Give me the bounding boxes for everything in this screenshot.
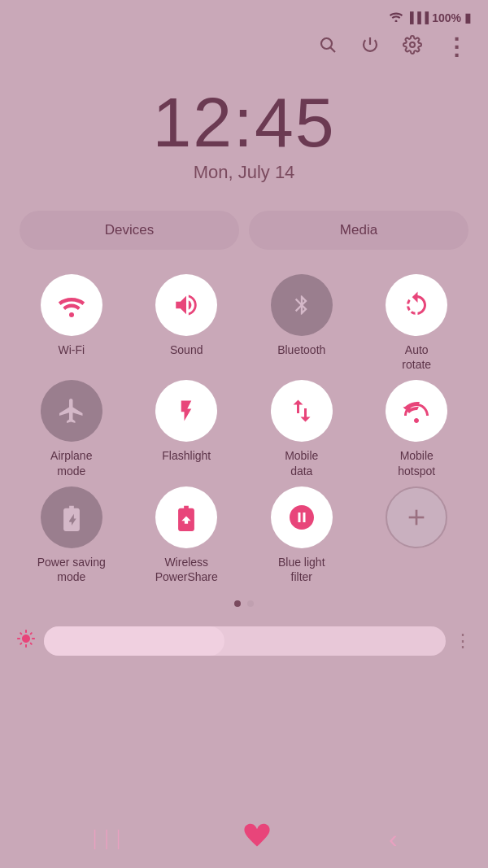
brightness-section: ⋮ [0, 615, 488, 664]
qs-airplane-label: Airplane mode [50, 448, 92, 478]
top-actions-bar: ⋮ [0, 30, 488, 71]
qs-sound-circle [155, 274, 217, 336]
qs-mobile-data-circle [271, 380, 333, 442]
svg-point-4 [69, 312, 74, 317]
svg-point-3 [410, 42, 415, 47]
svg-line-2 [331, 48, 336, 53]
nav-back-icon[interactable]: ‹ [389, 824, 398, 854]
qs-more-tiles[interactable] [362, 486, 473, 584]
tab-section: Devices Media [0, 188, 488, 266]
status-icons: ▐▐▐ 100% ▮ [389, 10, 472, 25]
qs-flashlight[interactable]: Flashlight [132, 380, 242, 478]
search-icon[interactable] [318, 35, 338, 59]
quick-settings-grid: Wi-Fi Sound Bluetooth Auto rotate [0, 266, 488, 597]
qs-auto-rotate-circle [386, 274, 447, 336]
qs-airplane[interactable]: Airplane mode [16, 380, 127, 478]
qs-mobile-data[interactable]: Mobile data [246, 380, 357, 478]
qs-power-saving-label: Power saving mode [37, 555, 106, 584]
qs-flashlight-label: Flashlight [162, 448, 211, 463]
qs-mobile-hotspot-label: Mobile hotspot [398, 448, 435, 478]
qs-wifi-circle [41, 274, 102, 336]
signal-icon: ▐▐▐ [407, 11, 429, 24]
page-dot-2 [247, 600, 254, 607]
clock-section: 12:45 Mon, July 14 [0, 71, 488, 188]
qs-sound-label: Sound [170, 342, 203, 357]
power-icon[interactable] [360, 35, 380, 59]
bottom-nav: │││ ‹ [0, 809, 488, 868]
brightness-fill [44, 626, 224, 656]
clock-date: Mon, July 14 [0, 162, 488, 183]
svg-point-1 [321, 38, 332, 49]
qs-power-saving-circle [41, 486, 102, 548]
brightness-slider[interactable] [44, 626, 446, 656]
qs-auto-rotate[interactable]: Auto rotate [362, 274, 473, 372]
qs-mobile-hotspot-circle [386, 380, 447, 442]
qs-wireless-share[interactable]: Wireless PowerShare [132, 486, 242, 584]
qs-blue-light[interactable]: Blue light filter [246, 486, 357, 584]
qs-wifi-label: Wi-Fi [58, 342, 85, 357]
qs-blue-light-label: Blue light filter [278, 555, 325, 584]
qs-wireless-share-label: Wireless PowerShare [155, 555, 218, 584]
tab-media[interactable]: Media [249, 211, 468, 250]
qs-flashlight-circle [155, 380, 217, 442]
battery-percentage: 100% [432, 11, 461, 24]
brightness-icon [16, 629, 36, 653]
settings-icon[interactable] [403, 35, 422, 59]
qs-plus-circle [386, 486, 447, 548]
qs-mobile-hotspot[interactable]: Mobile hotspot [362, 380, 473, 478]
brightness-more-icon[interactable]: ⋮ [454, 630, 472, 652]
battery-icon: ▮ [464, 10, 472, 25]
clock-time: 12:45 [0, 87, 488, 157]
qs-power-saving[interactable]: Power saving mode [16, 486, 127, 584]
qs-sound[interactable]: Sound [132, 274, 242, 372]
wifi-status-icon [389, 11, 403, 24]
qs-airplane-circle [41, 380, 102, 442]
qs-bluetooth-label: Bluetooth [277, 342, 325, 357]
qs-wifi[interactable]: Wi-Fi [16, 274, 127, 372]
page-dot-1 [234, 600, 241, 607]
svg-point-0 [394, 20, 397, 23]
qs-blue-light-circle [271, 486, 333, 548]
page-indicators [0, 597, 488, 615]
nav-menu-icon[interactable]: │││ [90, 830, 126, 848]
qs-mobile-data-label: Mobile data [285, 448, 318, 478]
more-options-icon[interactable]: ⋮ [445, 36, 468, 59]
tab-devices[interactable]: Devices [20, 211, 239, 250]
qs-bluetooth[interactable]: Bluetooth [246, 274, 357, 372]
qs-bluetooth-circle [271, 274, 333, 336]
status-bar: ▐▐▐ 100% ▮ [0, 0, 488, 30]
nav-home-icon[interactable] [242, 822, 272, 856]
qs-auto-rotate-label: Auto rotate [402, 342, 431, 372]
qs-wireless-share-circle [155, 486, 217, 548]
